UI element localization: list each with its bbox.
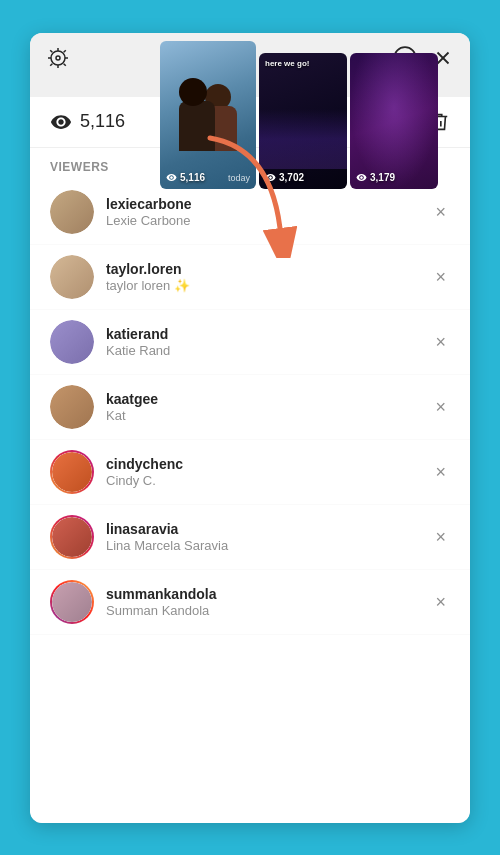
svg-point-0 (51, 51, 65, 65)
avatar (50, 580, 94, 624)
avatar-inner (50, 385, 94, 429)
viewer-fullname: Lina Marcela Saravia (106, 538, 431, 553)
view-number: 5,116 (80, 111, 125, 132)
viewer-fullname: Katie Rand (106, 343, 431, 358)
gear-icon[interactable] (46, 46, 70, 70)
viewer-username: katierand (106, 326, 431, 342)
eye-icon (50, 111, 72, 133)
viewer-fullname: Kat (106, 408, 431, 423)
viewer-item: summankandola Summan Kandola × (30, 570, 470, 635)
avatar (50, 385, 94, 429)
svg-line-7 (64, 63, 66, 65)
avatar-inner (52, 452, 92, 492)
viewer-item: linasaravia Lina Marcela Saravia × (30, 505, 470, 570)
svg-point-1 (56, 56, 60, 60)
top-bar-left (46, 46, 70, 70)
viewer-list: lexiecarbone Lexie Carbone × taylor.lore… (30, 180, 470, 823)
avatar-inner (52, 517, 92, 557)
avatar-inner (50, 255, 94, 299)
viewer-item: taylor.loren taylor loren ✨ × (30, 245, 470, 310)
viewer-info: kaatgee Kat (106, 391, 431, 423)
avatar (50, 255, 94, 299)
avatar-inner (50, 190, 94, 234)
svg-line-8 (50, 63, 52, 65)
avatar-inner (50, 320, 94, 364)
avatar-inner (52, 582, 92, 622)
viewer-item: katierand Katie Rand × (30, 310, 470, 375)
viewer-username: lexiecarbone (106, 196, 431, 212)
dismiss-button[interactable]: × (431, 589, 450, 615)
dismiss-button[interactable]: × (431, 329, 450, 355)
viewer-fullname: taylor loren ✨ (106, 278, 431, 293)
viewer-info: taylor.loren taylor loren ✨ (106, 261, 431, 293)
viewer-username: cindychenc (106, 456, 431, 472)
main-content: 5,116 (30, 97, 470, 823)
dismiss-button[interactable]: × (431, 199, 450, 225)
viewer-fullname: Cindy C. (106, 473, 431, 488)
viewer-username: taylor.loren (106, 261, 431, 277)
viewer-info: summankandola Summan Kandola (106, 586, 431, 618)
avatar (50, 515, 94, 559)
top-bar: 5,116 today here we go! 3,702 (30, 33, 470, 83)
dismiss-button[interactable]: × (431, 264, 450, 290)
viewer-username: summankandola (106, 586, 431, 602)
dismiss-button[interactable]: × (431, 394, 450, 420)
svg-line-6 (50, 50, 52, 52)
avatar (50, 320, 94, 364)
viewers-header: VIEWERS (30, 148, 470, 180)
viewer-item: kaatgee Kat × (30, 375, 470, 440)
avatar (50, 450, 94, 494)
viewer-fullname: Lexie Carbone (106, 213, 431, 228)
dismiss-button[interactable]: × (431, 524, 450, 550)
thumb2-text: here we go! (265, 59, 309, 68)
viewer-item: cindychenc Cindy C. × (30, 440, 470, 505)
viewer-info: cindychenc Cindy C. (106, 456, 431, 488)
viewer-username: kaatgee (106, 391, 431, 407)
viewer-item: lexiecarbone Lexie Carbone × (30, 180, 470, 245)
viewer-info: katierand Katie Rand (106, 326, 431, 358)
svg-line-9 (64, 50, 66, 52)
viewers-section: VIEWERS (30, 148, 470, 180)
viewer-info: linasaravia Lina Marcela Saravia (106, 521, 431, 553)
viewer-username: linasaravia (106, 521, 431, 537)
viewer-info: lexiecarbone Lexie Carbone (106, 196, 431, 228)
avatar (50, 190, 94, 234)
dismiss-button[interactable]: × (431, 459, 450, 485)
viewer-fullname: Summan Kandola (106, 603, 431, 618)
